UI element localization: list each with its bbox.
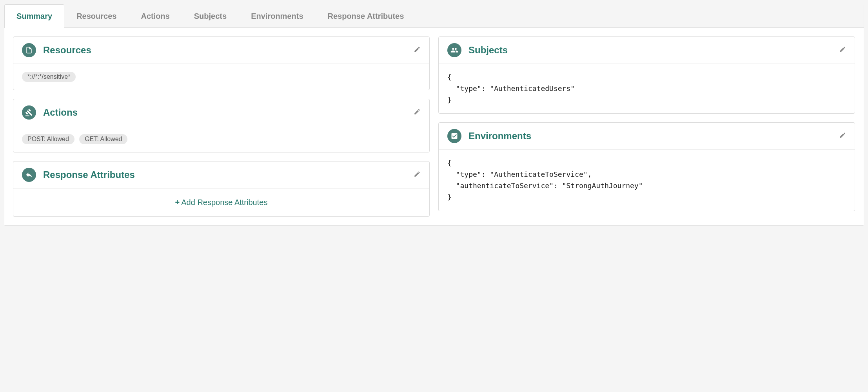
check-square-icon xyxy=(447,129,461,143)
action-chip: POST: Allowed xyxy=(22,134,74,144)
pencil-icon xyxy=(414,171,421,178)
add-response-attributes-label: Add Response Attributes xyxy=(181,198,267,207)
tab-bar: Summary Resources Actions Subjects Envir… xyxy=(4,4,864,28)
resource-chip: *://*:*/sensitive* xyxy=(22,72,76,82)
edit-actions-button[interactable] xyxy=(414,108,421,117)
gavel-icon xyxy=(22,105,36,120)
environments-body: { "type": "AuthenticateToService", "auth… xyxy=(439,150,855,211)
pencil-icon xyxy=(839,132,846,139)
response-attributes-header: Response Attributes xyxy=(13,162,429,189)
actions-body: POST: Allowed GET: Allowed xyxy=(13,126,429,152)
edit-subjects-button[interactable] xyxy=(839,46,846,54)
pencil-icon xyxy=(414,46,421,53)
tab-actions[interactable]: Actions xyxy=(129,4,182,28)
response-attributes-title: Response Attributes xyxy=(43,169,414,180)
action-chip: GET: Allowed xyxy=(79,134,127,144)
users-icon xyxy=(447,43,461,57)
pencil-icon xyxy=(414,108,421,115)
edit-environments-button[interactable] xyxy=(839,132,846,140)
tab-response-attributes[interactable]: Response Attributes xyxy=(316,4,416,28)
environments-title: Environments xyxy=(469,131,839,142)
resources-body: *://*:*/sensitive* xyxy=(13,64,429,90)
environments-panel: Environments { "type": "AuthenticateToSe… xyxy=(438,122,855,211)
subjects-title: Subjects xyxy=(469,45,839,56)
subjects-code: { "type": "AuthenticatedUsers" } xyxy=(447,72,846,105)
tab-summary[interactable]: Summary xyxy=(4,4,64,28)
subjects-panel: Subjects { "type": "AuthenticatedUsers" … xyxy=(438,36,855,114)
actions-header: Actions xyxy=(13,99,429,126)
actions-title: Actions xyxy=(43,107,414,118)
plus-icon: + xyxy=(175,198,180,207)
environments-header: Environments xyxy=(439,123,855,150)
subjects-header: Subjects xyxy=(439,37,855,64)
response-attributes-panel: Response Attributes +Add Response Attrib… xyxy=(13,161,430,217)
resources-header: Resources xyxy=(13,37,429,64)
pencil-icon xyxy=(839,46,846,53)
right-column: Subjects { "type": "AuthenticatedUsers" … xyxy=(438,36,855,217)
resources-panel: Resources *://*:*/sensitive* xyxy=(13,36,430,90)
tab-resources[interactable]: Resources xyxy=(64,4,129,28)
subjects-body: { "type": "AuthenticatedUsers" } xyxy=(439,64,855,113)
summary-content: Resources *://*:*/sensitive* Actions xyxy=(4,28,864,225)
actions-panel: Actions POST: Allowed GET: Allowed xyxy=(13,99,430,152)
add-response-attributes-button[interactable]: +Add Response Attributes xyxy=(13,189,429,216)
edit-resources-button[interactable] xyxy=(414,46,421,54)
policy-editor: Summary Resources Actions Subjects Envir… xyxy=(4,4,864,226)
left-column: Resources *://*:*/sensitive* Actions xyxy=(13,36,430,217)
tab-environments[interactable]: Environments xyxy=(239,4,315,28)
reply-icon xyxy=(22,168,36,182)
edit-response-attributes-button[interactable] xyxy=(414,171,421,179)
environments-code: { "type": "AuthenticateToService", "auth… xyxy=(447,158,846,203)
document-icon xyxy=(22,43,36,57)
tab-subjects[interactable]: Subjects xyxy=(182,4,239,28)
resources-title: Resources xyxy=(43,45,414,56)
